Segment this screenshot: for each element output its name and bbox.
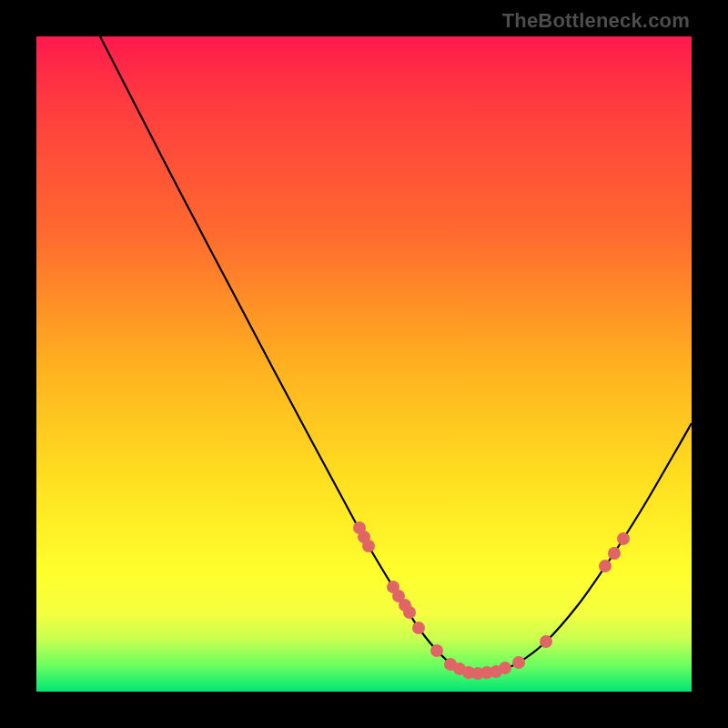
- chart-frame: TheBottleneck.com: [0, 0, 728, 728]
- curve-marker: [608, 547, 621, 560]
- curve-markers: [353, 521, 630, 680]
- curve-marker: [362, 540, 375, 552]
- attribution-label: TheBottleneck.com: [502, 9, 690, 33]
- curve-marker: [540, 635, 552, 648]
- curve-marker: [599, 560, 612, 572]
- curve-marker: [499, 662, 511, 674]
- bottleneck-curve: [36, 36, 692, 692]
- curve-marker: [403, 606, 416, 619]
- curve-marker: [430, 644, 443, 657]
- curve-marker: [512, 656, 525, 669]
- plot-area: [36, 36, 692, 692]
- curve-marker: [412, 622, 425, 634]
- curve-marker: [617, 532, 630, 545]
- valley-curve: [100, 36, 692, 673]
